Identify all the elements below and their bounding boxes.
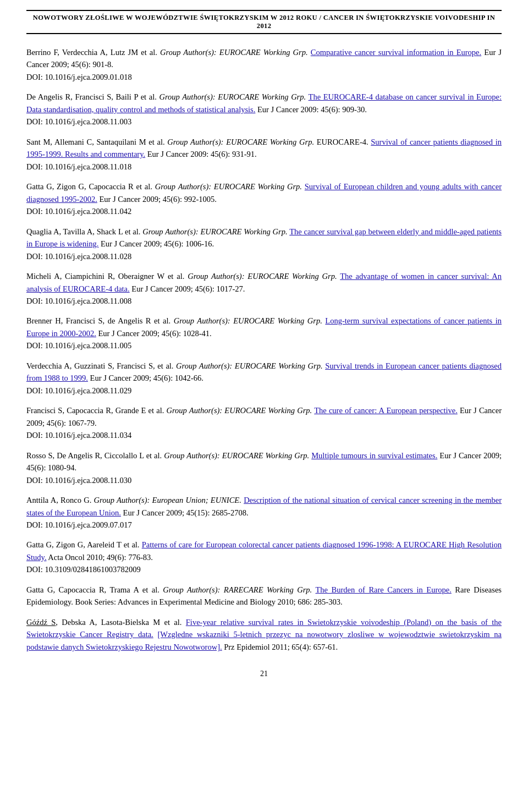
list-item: Gatta G, Capocaccia R, Trama A et al. Gr… — [26, 584, 502, 608]
ref-doi: DOI: 10.1016/j.ejca.2008.11.030 — [26, 474, 502, 486]
ref-text: Francisci S, Capocaccia R, Grande E et a… — [26, 404, 502, 429]
ref-text: Anttila A, Ronco G. Group Author(s): Eur… — [26, 494, 502, 519]
ref-doi: DOI: 10.1016/j.ejca.2008.11.003 — [26, 116, 502, 128]
list-item: Sant M, Allemani C, Santaquilani M et al… — [26, 136, 502, 173]
list-item: Gatta G, Zigon G, Capocaccia R et al. Gr… — [26, 180, 502, 217]
page-number: 21 — [26, 670, 502, 678]
page: NOWOTWORY ZŁOŚLIWE W WOJEWÓDZTWIE ŚWIĘTO… — [0, 0, 528, 812]
ref-text: Góźdź S, Debska A, Lasota-Bielska M et a… — [26, 616, 502, 653]
ref-text: Gatta G, Zigon G, Aareleid T et al. Patt… — [26, 539, 502, 563]
ref-link[interactable]: The cure of cancer: A European perspecti… — [314, 406, 458, 415]
ref-text: Gatta G, Zigon G, Capocaccia R et al. Gr… — [26, 180, 502, 205]
author-underline: Góźdź S — [26, 618, 56, 627]
ref-doi: DOI: 10.1016/j.ejca.2008.11.005 — [26, 339, 502, 352]
ref-doi: DOI: 10.1016/j.ejca.2008.11.029 — [26, 385, 502, 397]
ref-doi: DOI: 10.1016/j.ejca.2009.01.018 — [26, 71, 502, 83]
list-item: Rosso S, De Angelis R, Ciccolallo L et a… — [26, 449, 502, 486]
list-item: Quaglia A, Tavilla A, Shack L et al. Gro… — [26, 226, 502, 262]
list-item: Gatta G, Zigon G, Aareleid T et al. Patt… — [26, 539, 502, 575]
ref-doi: DOI: 10.1016/j.ejca.2009.07.017 — [26, 519, 502, 531]
ref-doi: DOI: 10.1016/j.ejca.2008.11.008 — [26, 295, 502, 307]
ref-text: Micheli A, Ciampichini R, Oberaigner W e… — [26, 270, 502, 295]
header-text: NOWOTWORY ZŁOŚLIWE W WOJEWÓDZTWIE ŚWIĘTO… — [33, 14, 495, 30]
references-list: Berrino F, Verdecchia A, Lutz JM et al. … — [26, 46, 502, 653]
ref-text: Gatta G, Capocaccia R, Trama A et al. Gr… — [26, 584, 502, 608]
ref-text: De Angelis R, Francisci S, Baili P et al… — [26, 91, 502, 116]
ref-text: Quaglia A, Tavilla A, Shack L et al. Gro… — [26, 226, 502, 250]
list-item: Brenner H, Francisci S, de Angelis R et … — [26, 315, 502, 352]
list-item: Francisci S, Capocaccia R, Grande E et a… — [26, 404, 502, 441]
list-item: Anttila A, Ronco G. Group Author(s): Eur… — [26, 494, 502, 531]
ref-text: Brenner H, Francisci S, de Angelis R et … — [26, 315, 502, 339]
ref-text: Sant M, Allemani C, Santaquilani M et al… — [26, 136, 502, 161]
list-item: Micheli A, Ciampichini R, Oberaigner W e… — [26, 270, 502, 307]
ref-link[interactable]: The Burden of Rare Cancers in Europe. — [315, 585, 451, 594]
list-item: Góźdź S, Debska A, Lasota-Bielska M et a… — [26, 616, 502, 653]
list-item: Berrino F, Verdecchia A, Lutz JM et al. … — [26, 46, 502, 83]
ref-doi: DOI: 10.1016/j.ejca.2008.11.042 — [26, 205, 502, 217]
list-item: De Angelis R, Francisci S, Baili P et al… — [26, 91, 502, 128]
ref-doi: DOI: 10.1016/j.ejca.2008.11.034 — [26, 429, 502, 441]
ref-link[interactable]: Patterns of care for European colorectal… — [26, 540, 502, 561]
ref-doi: DOI: 10.3109/02841861003782009 — [26, 563, 502, 575]
page-header: NOWOTWORY ZŁOŚLIWE W WOJEWÓDZTWIE ŚWIĘTO… — [26, 10, 502, 34]
ref-text: Rosso S, De Angelis R, Ciccolallo L et a… — [26, 449, 502, 474]
ref-text: Berrino F, Verdecchia A, Lutz JM et al. … — [26, 46, 502, 71]
ref-text: Verdecchia A, Guzzinati S, Francisci S, … — [26, 360, 502, 385]
ref-link[interactable]: Multiple tumours in survival estimates. — [311, 451, 437, 460]
ref-doi: DOI: 10.1016/j.ejca.2008.11.028 — [26, 250, 502, 262]
ref-link[interactable]: Comparative cancer survival information … — [311, 48, 481, 57]
list-item: Verdecchia A, Guzzinati S, Francisci S, … — [26, 360, 502, 397]
ref-doi: DOI: 10.1016/j.ejca.2008.11.018 — [26, 161, 502, 173]
